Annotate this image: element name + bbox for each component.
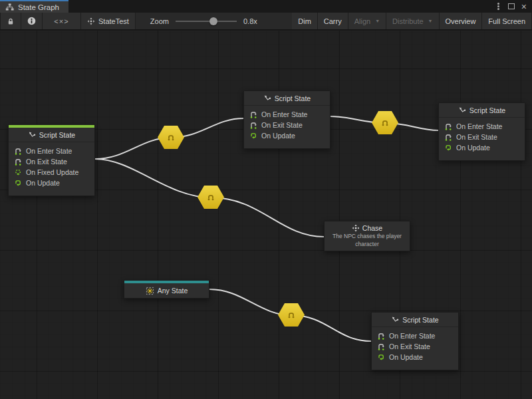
state-graph-window: State Graph × <×> StateTest Zoom xyxy=(0,0,532,399)
align-label: Align xyxy=(354,17,370,25)
list-item: On Exit State xyxy=(244,120,330,130)
on-exit-state-icon xyxy=(14,158,22,166)
item-label: On Update xyxy=(389,353,423,361)
item-label: On Enter State xyxy=(26,147,72,155)
on-exit-state-icon xyxy=(377,342,385,350)
node-header: Script State xyxy=(439,103,525,118)
node-any-state[interactable]: Any State xyxy=(124,280,209,299)
full-screen-button[interactable]: Full Screen xyxy=(482,13,532,29)
node-title: Script State xyxy=(39,131,75,139)
node-title: Script State xyxy=(275,94,311,102)
item-label: On Exit State xyxy=(26,158,67,166)
item-label: On Enter State xyxy=(261,110,307,118)
code-view-button[interactable]: <×> xyxy=(43,13,81,29)
on-update-icon xyxy=(249,132,257,140)
item-label: On Exit State xyxy=(456,133,497,141)
node-title: Script State xyxy=(402,316,438,324)
transition-icon xyxy=(380,118,390,128)
zoom-slider-track xyxy=(176,21,237,22)
script-state-icon xyxy=(28,131,36,138)
list-item: On Update xyxy=(372,352,458,362)
item-label: On Update xyxy=(26,179,60,187)
list-item: On Update xyxy=(244,130,330,141)
dim-button[interactable]: Dim xyxy=(292,13,318,29)
item-label: On Update xyxy=(456,144,490,152)
info-icon xyxy=(27,17,36,25)
node-header: Any State xyxy=(124,283,209,298)
chevron-down-icon: ▼ xyxy=(428,19,433,23)
maximize-icon[interactable] xyxy=(508,3,515,9)
zoom-value: 0.8x xyxy=(243,17,257,25)
list-item: On Fixed Update xyxy=(9,167,94,178)
tab-bar: State Graph × xyxy=(0,0,532,13)
list-item: On Exit State xyxy=(9,156,94,167)
list-item: On Update xyxy=(439,142,525,153)
node-chase[interactable]: Chase The NPC chases the player characte… xyxy=(324,221,410,251)
node-footer xyxy=(439,155,525,160)
graph-icon xyxy=(5,3,14,11)
zoom-slider-handle[interactable] xyxy=(209,17,217,25)
node-description: The NPC chases the player character xyxy=(325,233,410,247)
overview-button[interactable]: Overview xyxy=(440,13,483,29)
on-enter-state-icon xyxy=(249,110,257,118)
list-item: On Exit State xyxy=(439,132,525,142)
carry-button[interactable]: Carry xyxy=(318,13,348,29)
more-options-icon[interactable] xyxy=(497,5,499,7)
info-button[interactable] xyxy=(21,13,43,29)
on-update-icon xyxy=(444,144,452,152)
list-item: On Enter State xyxy=(372,331,458,341)
any-state-icon xyxy=(146,287,154,295)
script-state-icon xyxy=(391,316,399,323)
node-script-state-right[interactable]: Script State On Enter State On Exit Stat… xyxy=(438,102,525,161)
graph-selector-button[interactable]: StateTest xyxy=(81,13,136,29)
node-script-state-top[interactable]: Script State On Enter State On Exit Stat… xyxy=(243,90,331,149)
zoom-slider[interactable] xyxy=(176,17,237,26)
node-footer xyxy=(9,190,94,196)
list-item: On Update xyxy=(9,178,94,188)
tab-title: State Graph xyxy=(18,3,59,11)
on-exit-state-icon xyxy=(249,121,257,129)
dim-label: Dim xyxy=(298,17,311,25)
graph-canvas[interactable]: Script State On Enter State On Exit Stat… xyxy=(0,31,532,399)
node-script-state-bottom[interactable]: Script State On Enter State On Exit Stat… xyxy=(371,312,459,370)
list-item: On Enter State xyxy=(9,146,94,156)
zoom-control: Zoom 0.8x xyxy=(136,13,267,29)
code-icon: <×> xyxy=(54,17,68,25)
item-label: On Fixed Update xyxy=(26,168,78,176)
node-script-state-patrol[interactable]: Script State On Enter State On Exit Stat… xyxy=(8,124,95,196)
on-update-icon xyxy=(377,353,385,361)
overview-label: Overview xyxy=(446,17,476,25)
node-items: On Enter State On Exit State On Fixed Up… xyxy=(9,142,94,190)
transition-icon xyxy=(205,192,216,203)
lock-button[interactable] xyxy=(0,13,21,29)
item-label: On Exit State xyxy=(261,121,303,129)
on-enter-state-icon xyxy=(377,332,385,340)
transition-icon xyxy=(166,132,176,143)
on-update-icon xyxy=(14,179,22,187)
close-icon[interactable]: × xyxy=(521,2,527,11)
tab-state-graph[interactable]: State Graph xyxy=(0,0,68,13)
script-state-icon xyxy=(263,94,271,102)
distribute-label: Distribute xyxy=(392,17,423,25)
node-items: On Enter State On Exit State On Update xyxy=(244,106,330,143)
node-title: Chase xyxy=(362,224,382,232)
node-title: Any State xyxy=(158,287,188,295)
distribute-button[interactable]: Distribute ▼ xyxy=(386,13,439,29)
zoom-label: Zoom xyxy=(150,17,169,25)
toolbar-spacer xyxy=(267,13,292,29)
node-header: Script State xyxy=(372,313,458,327)
chevron-down-icon: ▼ xyxy=(375,19,380,23)
item-label: On Exit State xyxy=(389,342,430,350)
node-header: Chase xyxy=(352,224,382,232)
list-item: On Enter State xyxy=(439,121,525,132)
move-icon xyxy=(352,224,360,232)
on-exit-state-icon xyxy=(444,133,452,141)
script-state-icon xyxy=(458,106,466,114)
list-item: On Exit State xyxy=(372,341,458,352)
on-enter-state-icon xyxy=(14,147,22,155)
on-fixed-update-icon xyxy=(14,168,22,176)
node-title: Script State xyxy=(469,106,505,114)
node-items: On Enter State On Exit State On Update xyxy=(439,118,525,155)
move-icon xyxy=(87,17,95,25)
align-button[interactable]: Align ▼ xyxy=(348,13,386,29)
